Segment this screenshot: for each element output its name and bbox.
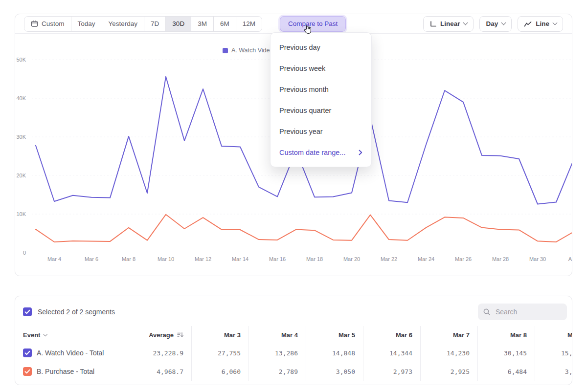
custom-date-range-label: Custom date range... bbox=[279, 149, 345, 156]
value-cell: 14,230 bbox=[420, 344, 477, 362]
custom-range-button[interactable]: Custom bbox=[24, 17, 71, 31]
svg-text:Mar 10: Mar 10 bbox=[158, 256, 174, 262]
date-column-header[interactable]: Mar 4 bbox=[248, 326, 306, 344]
event-label: A. Watch Video - Total bbox=[37, 349, 104, 357]
date-column-header[interactable]: Mar 9 bbox=[535, 326, 572, 344]
interval-dropdown[interactable]: Day bbox=[479, 16, 512, 32]
svg-text:40K: 40K bbox=[16, 95, 26, 101]
series-a-swatch bbox=[223, 48, 228, 53]
row-checkbox[interactable] bbox=[23, 348, 32, 357]
event-column-header[interactable]: Event bbox=[15, 331, 130, 339]
event-label: B. Purchase - Total bbox=[37, 368, 94, 375]
check-icon bbox=[24, 309, 30, 314]
date-column-header[interactable]: Mar 8 bbox=[477, 326, 535, 344]
menu-item-previous-day[interactable]: Previous day bbox=[271, 37, 371, 58]
value-cell: 2,789 bbox=[248, 362, 306, 381]
date-column-header[interactable]: Mar 6 bbox=[363, 326, 420, 344]
search-box[interactable] bbox=[478, 304, 567, 320]
range-button-yesterday[interactable]: Yesterday bbox=[102, 17, 144, 31]
value-cell: 6,484 bbox=[477, 362, 535, 381]
svg-text:Mar 4: Mar 4 bbox=[47, 256, 61, 262]
svg-text:Mar 20: Mar 20 bbox=[343, 256, 360, 262]
chevron-down-icon bbox=[44, 332, 47, 336]
average-header-label: Average bbox=[149, 331, 174, 339]
search-input[interactable] bbox=[495, 307, 562, 316]
value-cell: 6,060 bbox=[191, 362, 248, 381]
compare-to-past-button[interactable]: Compare to Past bbox=[280, 16, 346, 32]
segments-panel-header: Selected 2 of 2 segments bbox=[15, 296, 572, 324]
sort-descending-icon bbox=[177, 331, 183, 338]
value-cell: 2,925 bbox=[420, 362, 477, 381]
table-row: B. Purchase - Total 4,968.7 6,060 2,789 … bbox=[15, 362, 572, 381]
range-button-30d[interactable]: 30D bbox=[165, 17, 191, 31]
table-header: Event Average Mar 3 Mar 4 Mar 5 Mar 6 Ma… bbox=[15, 326, 572, 344]
svg-text:Apr 1: Apr 1 bbox=[568, 256, 572, 262]
svg-text:Mar 28: Mar 28 bbox=[492, 256, 509, 262]
average-cell: 4,968.7 bbox=[130, 368, 191, 375]
range-button-6m[interactable]: 6M bbox=[213, 17, 236, 31]
check-icon bbox=[24, 369, 30, 374]
calendar-icon bbox=[31, 20, 38, 27]
row-checkbox[interactable] bbox=[23, 367, 32, 376]
event-cell: A. Watch Video - Total bbox=[15, 348, 130, 357]
date-column-header[interactable]: Mar 3 bbox=[191, 326, 248, 344]
value-cell: 13,286 bbox=[248, 344, 306, 362]
average-column-header[interactable]: Average bbox=[130, 331, 191, 339]
svg-text:Mar 8: Mar 8 bbox=[122, 256, 135, 262]
svg-text:Mar 18: Mar 18 bbox=[306, 256, 323, 262]
axis-icon bbox=[429, 21, 436, 27]
svg-text:50K: 50K bbox=[16, 57, 26, 63]
svg-text:Mar 24: Mar 24 bbox=[418, 256, 434, 262]
segments-card: Selected 2 of 2 segments Event Average M… bbox=[15, 296, 572, 385]
compare-to-past-menu: Previous day Previous week Previous mont… bbox=[270, 32, 372, 167]
value-cell: 27,755 bbox=[191, 344, 248, 362]
value-cell: 3,219 bbox=[535, 362, 572, 381]
svg-text:Mar 6: Mar 6 bbox=[85, 256, 98, 262]
toolbar: Custom Today Yesterday 7D 30D 3M 6M 12M … bbox=[15, 14, 572, 34]
range-button-3m[interactable]: 3M bbox=[191, 17, 213, 31]
value-cell: 15,441 bbox=[535, 344, 572, 362]
menu-item-previous-month[interactable]: Previous month bbox=[271, 79, 371, 100]
event-cell: B. Purchase - Total bbox=[15, 367, 130, 376]
svg-text:Mar 26: Mar 26 bbox=[455, 256, 472, 262]
value-cell: 14,344 bbox=[363, 344, 420, 362]
chart-type-dropdown[interactable]: Line bbox=[518, 16, 563, 32]
chevron-down-icon bbox=[553, 21, 558, 25]
svg-text:20K: 20K bbox=[16, 173, 26, 178]
menu-item-custom-date-range[interactable]: Custom date range... bbox=[271, 142, 371, 163]
svg-text:Mar 30: Mar 30 bbox=[529, 256, 546, 262]
svg-text:30K: 30K bbox=[16, 134, 26, 140]
event-header-label: Event bbox=[23, 331, 40, 339]
svg-text:Mar 22: Mar 22 bbox=[381, 256, 397, 262]
y-axis-scale-dropdown[interactable]: Linear bbox=[423, 16, 474, 32]
line-chart-icon bbox=[524, 21, 532, 27]
chevron-down-icon bbox=[463, 21, 468, 25]
chevron-down-icon bbox=[501, 21, 506, 25]
chevron-right-icon bbox=[359, 150, 362, 155]
svg-text:Mar 16: Mar 16 bbox=[269, 256, 286, 262]
scale-label: Linear bbox=[440, 20, 460, 27]
interval-label: Day bbox=[486, 20, 498, 27]
svg-text:0: 0 bbox=[23, 250, 26, 256]
search-icon bbox=[483, 308, 491, 316]
check-icon bbox=[24, 350, 30, 355]
menu-item-previous-week[interactable]: Previous week bbox=[271, 58, 371, 79]
range-button-today[interactable]: Today bbox=[71, 17, 102, 31]
date-range-control: Custom Today Yesterday 7D 30D 3M 6M 12M bbox=[24, 16, 262, 32]
svg-text:Mar 14: Mar 14 bbox=[232, 256, 248, 262]
date-column-header[interactable]: Mar 7 bbox=[420, 326, 477, 344]
range-button-7d[interactable]: 7D bbox=[144, 17, 165, 31]
svg-text:Mar 12: Mar 12 bbox=[195, 256, 211, 262]
table-row: A. Watch Video - Total 23,228.9 27,755 1… bbox=[15, 344, 572, 362]
menu-item-previous-year[interactable]: Previous year bbox=[271, 121, 371, 142]
select-all-checkbox[interactable] bbox=[23, 307, 32, 316]
value-cell: 14,848 bbox=[306, 344, 363, 362]
range-button-12m[interactable]: 12M bbox=[236, 17, 262, 31]
average-cell: 23,228.9 bbox=[130, 349, 191, 357]
value-cell: 2,973 bbox=[363, 362, 420, 381]
menu-item-previous-quarter[interactable]: Previous quarter bbox=[271, 100, 371, 121]
date-column-header[interactable]: Mar 5 bbox=[306, 326, 363, 344]
custom-range-label: Custom bbox=[42, 20, 65, 27]
chart-type-label: Line bbox=[536, 20, 549, 27]
value-cell: 3,050 bbox=[306, 362, 363, 381]
